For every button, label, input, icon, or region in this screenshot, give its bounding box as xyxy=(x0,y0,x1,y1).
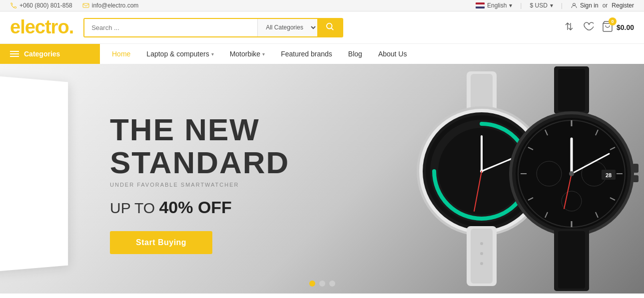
currency-label: $ USD xyxy=(530,2,547,9)
nav-blog-label: Blog xyxy=(348,50,362,58)
hero-tagline: UNDER FAVORABLE SMARTWATCHER xyxy=(110,182,289,188)
or-text: or xyxy=(603,2,608,9)
nav-motorbike-arrow: ▾ xyxy=(262,51,265,57)
email-item[interactable]: info@electro.com xyxy=(82,2,139,9)
category-select[interactable]: All Categories xyxy=(257,19,317,36)
email-text: info@electro.com xyxy=(92,2,139,9)
svg-line-3 xyxy=(331,28,333,30)
phone-icon xyxy=(10,2,17,9)
language-selector[interactable]: English ▾ xyxy=(476,2,512,9)
nav-motorbike-label: Motorbike xyxy=(230,50,260,58)
search-bar: All Categories xyxy=(83,18,343,37)
svg-point-20 xyxy=(480,252,483,255)
compare-icon[interactable] xyxy=(564,21,575,34)
phone-item[interactable]: +060 (800) 801-858 xyxy=(10,2,72,9)
nav-home-label: Home xyxy=(112,50,130,58)
cart-area[interactable]: 0 $0.00 xyxy=(602,20,634,34)
svg-point-48 xyxy=(569,171,574,176)
hero-title-line1: THE NEW xyxy=(110,113,289,146)
hero-banner: THE NEW STANDARD UNDER FAVORABLE SMARTWA… xyxy=(0,64,644,294)
header-actions: 0 $0.00 xyxy=(564,20,634,34)
slider-dot-2[interactable] xyxy=(319,281,325,287)
nav-blog[interactable]: Blog xyxy=(341,44,369,64)
cart-price: $0.00 xyxy=(617,23,634,31)
slider-dots xyxy=(309,281,335,287)
language-label: English xyxy=(487,2,507,9)
currency-arrow: ▾ xyxy=(550,2,553,9)
account-area: Sign in or Register xyxy=(571,2,634,9)
cart-badge: 0 xyxy=(609,17,617,25)
cart-icon-wrap[interactable]: 0 xyxy=(602,20,614,34)
logo-dot: . xyxy=(69,16,74,37)
top-bar: +060 (800) 801-858 info@electro.com Engl… xyxy=(0,0,644,11)
svg-point-19 xyxy=(480,242,483,245)
hero-title-line2: STANDARD xyxy=(110,146,289,179)
svg-rect-54 xyxy=(558,231,585,289)
hero-content: THE NEW STANDARD UNDER FAVORABLE SMARTWA… xyxy=(0,103,289,254)
hero-discount-value: 40% OFF xyxy=(159,198,231,217)
svg-rect-25 xyxy=(558,69,585,111)
nav-about[interactable]: About Us xyxy=(371,44,414,64)
slider-dot-3[interactable] xyxy=(329,281,335,287)
hamburger-icon xyxy=(10,51,19,57)
user-icon xyxy=(571,2,578,9)
phone-text: +060 (800) 801-858 xyxy=(19,2,72,9)
nav-motorbike[interactable]: Motorbike ▾ xyxy=(223,44,272,64)
wishlist-icon[interactable] xyxy=(583,21,594,34)
logo[interactable]: electro. xyxy=(10,17,73,37)
navigation: Categories Home Laptop & computers ▾ Mot… xyxy=(0,43,644,64)
nav-laptops[interactable]: Laptop & computers ▾ xyxy=(139,44,220,64)
hero-watches: 28 xyxy=(354,64,644,294)
nav-featured-label: Featured brands xyxy=(281,50,332,58)
currency-selector[interactable]: $ USD ▾ xyxy=(530,2,553,9)
svg-point-2 xyxy=(327,23,332,29)
nav-home[interactable]: Home xyxy=(105,44,137,64)
svg-rect-52 xyxy=(633,175,639,182)
hero-title: THE NEW STANDARD xyxy=(110,113,289,178)
nav-laptops-arrow: ▾ xyxy=(211,51,214,57)
header: electro. All Categories xyxy=(0,11,644,43)
svg-rect-51 xyxy=(633,164,639,173)
start-buying-button[interactable]: Start Buying xyxy=(110,231,212,254)
hero-discount-prefix: UP TO xyxy=(110,200,155,216)
nav-laptops-label: Laptop & computers xyxy=(146,50,209,58)
register-link[interactable]: Register xyxy=(612,2,634,9)
slider-dot-1[interactable] xyxy=(309,281,315,287)
top-bar-left: +060 (800) 801-858 info@electro.com xyxy=(10,2,138,9)
sign-in-link[interactable]: Sign in xyxy=(580,2,599,9)
categories-label: Categories xyxy=(24,50,60,58)
svg-rect-18 xyxy=(471,229,493,284)
search-icon xyxy=(325,22,334,31)
email-icon xyxy=(82,2,89,9)
hero-discount: UP TO 40% OFF xyxy=(110,198,289,217)
svg-point-21 xyxy=(480,262,483,265)
top-bar-right: English ▾ | $ USD ▾ | Sign in or Registe… xyxy=(476,2,634,9)
nav-links: Home Laptop & computers ▾ Motorbike ▾ Fe… xyxy=(100,44,419,64)
svg-rect-0 xyxy=(83,3,89,7)
flag-icon xyxy=(476,2,485,8)
search-button[interactable] xyxy=(317,19,342,36)
black-watch: 28 xyxy=(499,66,644,291)
nav-about-label: About Us xyxy=(378,50,407,58)
logo-text: electro xyxy=(10,16,69,37)
categories-button[interactable]: Categories xyxy=(0,44,100,64)
svg-text:28: 28 xyxy=(606,172,612,178)
nav-featured[interactable]: Featured brands xyxy=(274,44,339,64)
search-input[interactable] xyxy=(84,19,257,36)
language-arrow: ▾ xyxy=(509,2,512,9)
